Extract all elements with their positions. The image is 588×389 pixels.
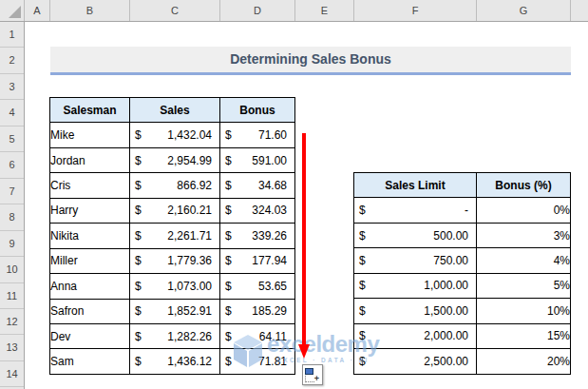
bonus-pct-cell[interactable]: 3%	[477, 223, 571, 247]
salesman-cell[interactable]: Nikita	[50, 224, 130, 248]
salesman-cell[interactable]: Mike	[50, 123, 130, 147]
sales-cell[interactable]: $2,261.71	[130, 224, 220, 248]
sales-header[interactable]: Sales	[130, 98, 220, 123]
column-header-g[interactable]: G	[477, 0, 571, 21]
salesman-cell[interactable]: Jordan	[50, 147, 130, 172]
column-header-f[interactable]: F	[354, 0, 477, 21]
salesman-cell[interactable]: Safron	[50, 299, 130, 323]
row-header-14[interactable]: 14	[0, 361, 24, 387]
row-header-3[interactable]: 3	[0, 74, 24, 100]
sales-cell[interactable]: $866.92	[130, 173, 220, 198]
autofill-dotted-icon	[305, 376, 314, 382]
bonus-cell[interactable]: $185.29	[220, 299, 295, 323]
sales-limit-cell[interactable]: $2,000.00	[354, 323, 477, 348]
autofill-plus-icon: +	[314, 375, 319, 383]
amount: 2,954.99	[167, 154, 212, 167]
sales-limit-cell[interactable]: $1,500.00	[354, 299, 477, 323]
sales-limit-cell[interactable]: $1,000.00	[354, 273, 477, 298]
bonus-cell[interactable]: $591.00	[220, 147, 295, 172]
bonus-cell[interactable]: $71.60	[220, 123, 295, 147]
bonus-cell[interactable]: $324.03	[220, 198, 295, 223]
amount: 177.94	[252, 254, 287, 267]
bonus-cell[interactable]: $34.68	[220, 173, 295, 198]
bonus-pct-cell[interactable]: 10%	[477, 299, 571, 323]
salesman-cell[interactable]: Harry	[50, 198, 130, 223]
salesman-cell[interactable]: Sam	[50, 349, 130, 374]
bonus-pct-cell[interactable]: 4%	[477, 248, 571, 273]
row-header-8[interactable]: 8	[0, 204, 24, 230]
currency-symbol: $	[135, 304, 142, 318]
column-header-a[interactable]: A	[25, 0, 50, 21]
table-row: Miller $1,779.36 $177.94	[50, 248, 295, 273]
sales-limit-cell[interactable]: $500.00	[354, 223, 477, 247]
sales-limit-cell[interactable]: $2,500.00	[354, 349, 477, 374]
currency-symbol: $	[225, 330, 232, 343]
bonus-pct-cell[interactable]: 15%	[477, 323, 571, 348]
column-header-c[interactable]: C	[130, 0, 220, 21]
currency-symbol: $	[359, 229, 366, 243]
autofill-fill-icon	[305, 368, 313, 375]
row-header-4[interactable]: 4	[0, 100, 24, 126]
amount: 339.26	[252, 229, 287, 243]
row-header-1[interactable]: 1	[0, 22, 24, 48]
sales-cell[interactable]: $1,073.00	[130, 274, 220, 299]
currency-symbol: $	[359, 329, 366, 342]
bonus-cell[interactable]: $64.11	[220, 323, 295, 348]
row-header-5[interactable]: 5	[0, 126, 24, 152]
bonus-pct-cell[interactable]: 5%	[477, 273, 571, 298]
bonus-pct-cell[interactable]: 0%	[477, 198, 571, 223]
amount: 500.00	[433, 229, 468, 243]
row-header-12[interactable]: 12	[0, 309, 24, 335]
sales-cell[interactable]: $1,779.36	[130, 248, 220, 273]
sales-limit-cell[interactable]: $-	[354, 198, 477, 223]
row-header-13[interactable]: 13	[0, 335, 24, 360]
page-title[interactable]: Determining Sales Bonus	[50, 47, 571, 75]
sales-cell[interactable]: $2,954.99	[130, 147, 220, 172]
sales-limit-cell[interactable]: $750.00	[354, 248, 477, 273]
bonus-header[interactable]: Bonus	[220, 98, 295, 123]
row-header-9[interactable]: 9	[0, 231, 24, 257]
amount: 2,261.71	[167, 229, 212, 243]
bonus-pct-header[interactable]: Bonus (%)	[477, 173, 571, 198]
row-header-7[interactable]: 7	[0, 179, 24, 204]
salesman-cell[interactable]: Anna	[50, 274, 130, 299]
table-row: Anna $1,073.00 $53.65	[50, 274, 295, 299]
salesman-cell[interactable]: Cris	[50, 173, 130, 198]
sales-cell[interactable]: $1,852.91	[130, 299, 220, 323]
red-down-arrow	[298, 133, 310, 359]
sales-cell[interactable]: $1,436.12	[130, 349, 220, 374]
table-row: $1,000.00 5%	[354, 273, 571, 298]
currency-symbol: $	[225, 280, 232, 293]
amount: 34.68	[258, 179, 287, 192]
table-row: $2,500.00 20%	[354, 349, 571, 374]
column-header-b[interactable]: B	[50, 0, 130, 21]
column-header-e[interactable]: E	[295, 0, 354, 21]
bonus-pct-cell[interactable]: 20%	[477, 349, 571, 374]
sales-cell[interactable]: $2,160.21	[130, 198, 220, 223]
bonus-cell[interactable]: $177.94	[220, 248, 295, 273]
column-header-d[interactable]: D	[220, 0, 295, 21]
amount: 53.65	[258, 280, 287, 293]
row-header-11[interactable]: 11	[0, 283, 24, 309]
salesman-header[interactable]: Salesman	[50, 98, 130, 123]
amount: 1,432.04	[167, 128, 212, 142]
sales-limit-header[interactable]: Sales Limit	[354, 173, 477, 198]
autofill-options-button[interactable]: +	[302, 364, 323, 385]
sales-cell[interactable]: $1,432.04	[130, 123, 220, 147]
bonus-cell[interactable]: $53.65	[220, 274, 295, 299]
row-header-10[interactable]: 10	[0, 257, 24, 282]
amount: 71.81	[258, 355, 287, 368]
column-header-partial[interactable]	[571, 0, 588, 21]
salesman-cell[interactable]: Miller	[50, 248, 130, 273]
sales-cell[interactable]: $1,282.26	[130, 323, 220, 348]
select-all-button[interactable]	[0, 0, 25, 21]
currency-symbol: $	[135, 330, 142, 343]
row-header-2[interactable]: 2	[0, 48, 24, 73]
salesman-cell[interactable]: Dev	[50, 323, 130, 348]
bonus-cell[interactable]: $339.26	[220, 224, 295, 248]
currency-symbol: $	[135, 355, 142, 368]
amount: 1,500.00	[424, 304, 468, 318]
row-header-6[interactable]: 6	[0, 152, 24, 178]
bonus-cell[interactable]: $71.81	[220, 349, 295, 374]
currency-symbol: $	[225, 355, 232, 368]
